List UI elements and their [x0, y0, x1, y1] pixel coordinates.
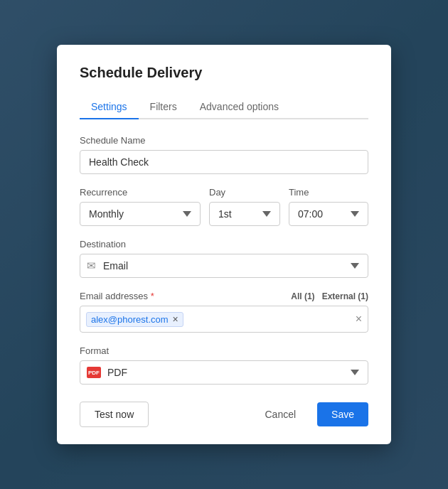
tab-advanced-options[interactable]: Advanced options [188, 95, 290, 119]
schedule-name-label: Schedule Name [80, 135, 368, 146]
email-count-all: All (1) [291, 291, 314, 301]
modal-title: Schedule Delivery [80, 65, 368, 81]
destination-group: Destination ✉ Email Slack Webhook [80, 239, 368, 278]
email-tag-remove-button[interactable]: × [173, 314, 178, 324]
modal-footer: Test now Cancel Save [80, 402, 368, 427]
recurrence-group: Recurrence Daily Weekly Monthly Yearly [80, 187, 201, 226]
schedule-name-group: Schedule Name [80, 135, 368, 174]
cancel-button[interactable]: Cancel [250, 402, 310, 426]
confirm-button-group: Cancel Save [250, 402, 368, 426]
day-label: Day [209, 187, 280, 198]
email-label-row: Email addresses All (1) External (1) [80, 291, 368, 301]
tab-filters[interactable]: Filters [139, 95, 188, 119]
email-addresses-label: Email addresses [80, 291, 154, 301]
save-button[interactable]: Save [317, 402, 368, 426]
time-label: Time [289, 187, 368, 198]
email-input-container[interactable]: alex@phorest.com × × [80, 306, 368, 333]
email-addresses-group: Email addresses All (1) External (1) ale… [80, 291, 368, 333]
destination-select-wrap: ✉ Email Slack Webhook [80, 254, 368, 278]
tab-bar: Settings Filters Advanced options [80, 95, 368, 119]
format-group: Format PDF PDF CSV Excel [80, 345, 368, 385]
recurrence-row: Recurrence Daily Weekly Monthly Yearly D… [80, 187, 368, 226]
schedule-name-input[interactable] [80, 150, 368, 174]
destination-select[interactable]: Email Slack Webhook [80, 254, 368, 278]
schedule-delivery-modal: Schedule Delivery Settings Filters Advan… [57, 45, 391, 444]
format-select[interactable]: PDF CSV Excel [80, 360, 368, 385]
email-tag-value: alex@phorest.com [91, 314, 169, 325]
email-tag: alex@phorest.com × [86, 312, 183, 327]
recurrence-select[interactable]: Daily Weekly Monthly Yearly [80, 202, 201, 226]
test-now-button[interactable]: Test now [80, 402, 149, 427]
email-clear-all-button[interactable]: × [356, 313, 362, 326]
format-label: Format [80, 345, 368, 356]
day-select[interactable]: 1st 2nd 3rd Last [209, 202, 280, 226]
time-select[interactable]: 07:00 08:00 09:00 10:00 [289, 202, 368, 226]
recurrence-label: Recurrence [80, 187, 201, 198]
destination-label: Destination [80, 239, 368, 249]
email-count-external: External (1) [322, 291, 368, 301]
format-select-wrap: PDF PDF CSV Excel [80, 360, 368, 385]
time-group: Time 07:00 08:00 09:00 10:00 [289, 187, 368, 226]
modal-overlay: Schedule Delivery Settings Filters Advan… [0, 0, 448, 489]
day-group: Day 1st 2nd 3rd Last [209, 187, 280, 226]
tab-settings[interactable]: Settings [80, 95, 139, 119]
email-count-info: All (1) External (1) [291, 291, 368, 301]
